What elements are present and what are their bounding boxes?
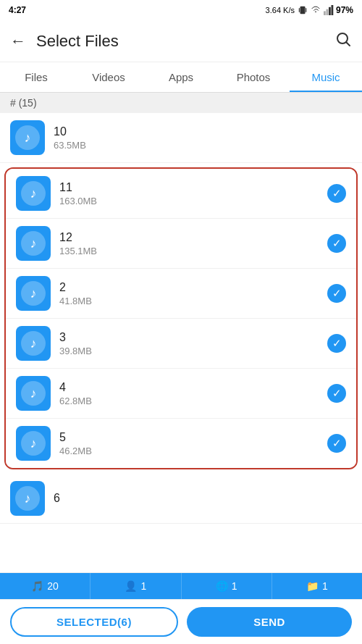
selected-button[interactable]: SELECTED(6) xyxy=(10,607,178,637)
music-tab-count: 20 xyxy=(47,580,59,592)
list-item[interactable]: ♪ 11 163.0MB ✓ xyxy=(6,169,356,219)
check-icon: ✓ xyxy=(327,334,346,353)
svg-rect-0 xyxy=(299,8,300,12)
bottom-bar: 🎵 20 👤 1 🌐 1 📁 1 SELECTED(6) SEND xyxy=(0,572,362,644)
svg-rect-6 xyxy=(331,5,333,15)
vibrate-icon xyxy=(298,5,308,15)
check-icon: ✓ xyxy=(327,434,346,453)
send-button[interactable]: SEND xyxy=(187,607,352,637)
web-tab-icon: 🌐 xyxy=(216,580,228,592)
file-info: 6 xyxy=(54,492,352,505)
bottom-tabs: 🎵 20 👤 1 🌐 1 📁 1 xyxy=(0,572,362,600)
bottom-tab-contacts[interactable]: 👤 1 xyxy=(90,573,181,599)
svg-rect-3 xyxy=(324,11,326,15)
signal-icon xyxy=(324,5,334,15)
file-info: 4 62.8MB xyxy=(59,381,327,406)
list-item[interactable]: ♪ 10 63.5MB xyxy=(0,113,362,163)
file-icon: ♪ xyxy=(16,426,51,461)
file-icon: ♪ xyxy=(16,276,51,311)
file-info: 12 135.1MB xyxy=(59,231,327,256)
bottom-actions: SELECTED(6) SEND xyxy=(0,600,362,644)
check-icon: ✓ xyxy=(327,284,346,303)
bottom-tab-web[interactable]: 🌐 1 xyxy=(182,573,272,599)
check-icon: ✓ xyxy=(327,184,346,203)
tab-files[interactable]: Files xyxy=(0,62,72,92)
svg-rect-2 xyxy=(300,7,305,14)
bottom-tab-music[interactable]: 🎵 20 xyxy=(0,573,90,599)
selected-group: ♪ 11 163.0MB ✓ ♪ 12 135.1MB ✓ xyxy=(4,167,358,469)
file-info: 2 41.8MB xyxy=(59,281,327,306)
svg-rect-1 xyxy=(306,8,306,12)
status-bar: 4:27 3.64 K/s 97% xyxy=(0,0,362,20)
section-header: # (15) xyxy=(0,93,362,113)
status-time: 4:27 xyxy=(9,5,26,15)
file-info: 5 46.2MB xyxy=(59,431,327,456)
tab-music[interactable]: Music xyxy=(290,62,362,92)
list-item[interactable]: ♪ 3 39.8MB ✓ xyxy=(6,319,356,369)
svg-line-8 xyxy=(347,42,350,46)
tabs-bar: Files Videos Apps Photos Music xyxy=(0,62,362,93)
file-icon: ♪ xyxy=(10,481,45,516)
list-item[interactable]: ♪ 2 41.8MB ✓ xyxy=(6,269,356,319)
music-tab-icon: 🎵 xyxy=(31,580,43,592)
file-info: 10 63.5MB xyxy=(54,125,352,151)
file-icon: ♪ xyxy=(16,176,51,211)
file-info: 3 39.8MB xyxy=(59,331,327,356)
search-button[interactable] xyxy=(334,30,352,52)
status-icons: 97% xyxy=(298,5,353,15)
web-tab-count: 1 xyxy=(232,580,237,592)
tab-apps[interactable]: Apps xyxy=(145,62,217,92)
svg-rect-4 xyxy=(326,9,328,15)
file-icon: ♪ xyxy=(10,120,45,155)
status-right: 3.64 K/s 97% xyxy=(266,5,353,15)
top-bar: ← Select Files xyxy=(0,20,362,62)
file-icon: ♪ xyxy=(16,326,51,361)
list-item[interactable]: ♪ 5 46.2MB ✓ xyxy=(6,419,356,468)
folder-tab-count: 1 xyxy=(322,580,328,592)
battery-level: 97% xyxy=(336,5,353,15)
back-button[interactable]: ← xyxy=(10,32,26,51)
file-icon: ♪ xyxy=(16,226,51,261)
list-item[interactable]: ♪ 4 62.8MB ✓ xyxy=(6,369,356,419)
bottom-tab-folder[interactable]: 📁 1 xyxy=(272,573,362,599)
check-icon: ✓ xyxy=(327,234,346,253)
search-icon xyxy=(334,30,352,48)
contacts-tab-icon: 👤 xyxy=(125,580,137,592)
check-icon: ✓ xyxy=(327,384,346,403)
tab-photos[interactable]: Photos xyxy=(217,62,290,92)
contacts-tab-count: 1 xyxy=(140,580,146,592)
wifi-icon xyxy=(310,5,321,15)
page-title: Select Files xyxy=(36,32,334,51)
file-info: 11 163.0MB xyxy=(59,181,327,206)
folder-tab-icon: 📁 xyxy=(306,580,319,592)
file-list[interactable]: ♪ 10 63.5MB ♪ 11 163.0MB ✓ xyxy=(0,113,362,530)
list-item[interactable]: ♪ 6 xyxy=(0,474,362,524)
status-speed: 3.64 K/s xyxy=(266,6,295,14)
svg-rect-5 xyxy=(329,7,331,15)
tab-videos[interactable]: Videos xyxy=(72,62,145,92)
list-item[interactable]: ♪ 12 135.1MB ✓ xyxy=(6,219,356,269)
file-icon: ♪ xyxy=(16,376,51,411)
